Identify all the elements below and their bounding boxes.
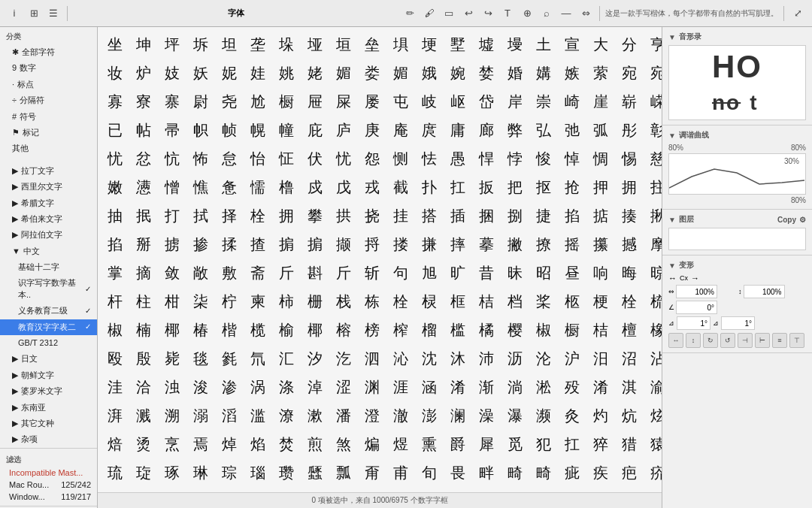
glyph-cell[interactable]: 婚 — [501, 59, 529, 87]
glyph-cell[interactable]: 忧 — [329, 144, 358, 173]
glyph-cell[interactable]: 岐 — [415, 87, 444, 116]
sidebar-item-latin[interactable]: ▶ 拉丁文字 — [0, 163, 97, 179]
glyph-cell[interactable]: 梗 — [586, 287, 615, 316]
glyph-cell[interactable]: 择 — [215, 201, 244, 230]
glyph-cell[interactable]: 怔 — [272, 144, 301, 173]
glyph-cell[interactable]: 畸 — [529, 458, 558, 487]
glyph-cell[interactable]: 眷 — [644, 487, 662, 492]
glyph-cell[interactable]: 庇 — [301, 116, 329, 144]
preview-expand-icon[interactable]: ▼ — [668, 33, 676, 41]
glyph-cell[interactable]: 渗 — [215, 373, 244, 401]
glyph-cell[interactable]: 眠 — [615, 487, 644, 492]
glyph-cell[interactable]: 毙 — [158, 344, 186, 373]
glyph-cell[interactable]: 庵 — [386, 116, 415, 144]
glyph-cell[interactable]: 畔 — [472, 458, 501, 487]
glyph-cell[interactable]: 淖 — [301, 373, 329, 401]
glyph-cell[interactable]: 疾 — [586, 458, 615, 487]
glyph-cell[interactable]: 椒 — [101, 316, 129, 344]
glyph-cell[interactable]: 瘤 — [329, 487, 358, 492]
glyph-cell[interactable]: 撩 — [529, 230, 558, 259]
glyph-cell[interactable]: 抠 — [529, 173, 558, 201]
glyph-cell[interactable]: 犯 — [529, 430, 558, 458]
rotate-ccw-btn[interactable]: ↺ — [720, 333, 735, 348]
glyph-cell[interactable]: 怡 — [244, 144, 272, 173]
sidebar-item-other[interactable]: 其他 — [0, 141, 97, 156]
glyph-cell[interactable]: 大 — [586, 30, 615, 59]
sidebar-item-hebrew[interactable]: ▶ 希伯来文字 — [0, 211, 97, 227]
align-right-btn[interactable]: ⊢ — [755, 333, 770, 348]
glyph-cell[interactable]: 幢 — [272, 116, 301, 144]
glyph-cell[interactable]: 渝 — [644, 373, 662, 401]
glyph-cell[interactable]: 楷 — [215, 316, 244, 344]
glyph-cell[interactable]: 扛 — [558, 430, 586, 458]
glyph-cell[interactable]: 戍 — [301, 173, 329, 201]
pen-tool-icon[interactable]: ✏ — [401, 5, 418, 22]
glyph-cell[interactable]: 涵 — [415, 373, 444, 401]
glyph-cell[interactable]: 垭 — [301, 30, 329, 59]
glyph-cell[interactable]: 敞 — [186, 259, 215, 287]
glyph-cell[interactable]: 梳 — [644, 287, 662, 316]
sidebar-item-marks[interactable]: ⚑ 标记 — [0, 125, 97, 141]
glyph-cell[interactable]: 扑 — [415, 173, 444, 201]
glyph-cell[interactable]: 戊 — [329, 173, 358, 201]
glyph-cell[interactable]: 拥 — [272, 201, 301, 230]
glyph-cell[interactable]: 栅 — [301, 287, 329, 316]
glyph-cell[interactable]: 亨 — [644, 30, 662, 59]
glyph-cell[interactable]: 摇 — [558, 230, 586, 259]
filter-mac[interactable]: Mac Rou... 125/242 — [0, 479, 97, 491]
glyph-cell[interactable]: 彰 — [644, 116, 662, 144]
glyph-cell[interactable]: 摩 — [644, 230, 662, 259]
glyph-cell[interactable]: 尧 — [215, 87, 244, 116]
sidebar-item-gbt2312[interactable]: GB/T 2312 — [0, 335, 97, 351]
glyph-cell[interactable]: 抿 — [129, 201, 158, 230]
glyph-cell[interactable]: 坤 — [129, 30, 158, 59]
sidebar-item-greek[interactable]: ▶ 希腊文字 — [0, 195, 97, 211]
curve-expand-icon[interactable]: ▼ — [668, 132, 676, 140]
glyph-cell[interactable]: 埂 — [415, 30, 444, 59]
glyph-cell[interactable]: 萦 — [586, 59, 615, 87]
glyph-cell[interactable]: 栈 — [329, 287, 358, 316]
minus-icon[interactable]: — — [558, 5, 574, 22]
glyph-cell[interactable]: 岖 — [444, 87, 472, 116]
glyph-cell[interactable]: 柱 — [129, 287, 158, 316]
glyph-cell[interactable]: 崎 — [558, 87, 586, 116]
glyph-cell[interactable]: 忼 — [158, 144, 186, 173]
glyph-cell[interactable]: 悼 — [558, 144, 586, 173]
glyph-cell[interactable]: 榜 — [358, 316, 386, 344]
sidebar-item-arabic[interactable]: ▶ 阿拉伯文字 — [0, 227, 97, 243]
glyph-cell[interactable]: 沁 — [386, 344, 415, 373]
glyph-cell[interactable]: 墅 — [444, 30, 472, 59]
glyph-cell[interactable]: 怯 — [415, 144, 444, 173]
glyph-cell[interactable]: 觅 — [501, 430, 529, 458]
glyph-cell[interactable]: 摔 — [444, 230, 472, 259]
glyph-cell[interactable]: 撇 — [501, 230, 529, 259]
sidebar-item-compulsory2[interactable]: 义务教育二级 ✓ — [0, 303, 97, 319]
flip-h-btn[interactable]: ↔ — [668, 333, 683, 348]
sidebar-item-symbols[interactable]: # 符号 — [0, 109, 97, 125]
glyph-cell[interactable]: 椰 — [301, 316, 329, 344]
glyph-cell[interactable]: 框 — [444, 287, 472, 316]
sidebar-item-punctuation[interactable]: · 标点 — [0, 77, 97, 92]
glyph-cell[interactable]: 档 — [501, 287, 529, 316]
glyph-cell[interactable]: 猝 — [586, 430, 615, 458]
glyph-cell[interactable]: 昧 — [501, 259, 529, 287]
glyph-cell[interactable]: 插 — [444, 201, 472, 230]
glyph-cell[interactable]: 沥 — [501, 344, 529, 373]
glyph-cell[interactable]: 栓 — [244, 201, 272, 230]
sidebar-item-japanese[interactable]: ▶ 日文 — [0, 351, 97, 367]
glyph-cell[interactable]: 澡 — [472, 401, 501, 430]
glyph-cell[interactable]: 柿 — [272, 287, 301, 316]
redo-icon[interactable]: ↪ — [480, 5, 496, 22]
glyph-cell[interactable]: 怨 — [358, 144, 386, 173]
glyph-cell[interactable]: 檀 — [615, 316, 644, 344]
glyph-cell[interactable]: 汐 — [301, 344, 329, 373]
sidebar-item-brahmi[interactable]: ▶ 婆罗米文字 — [0, 383, 97, 399]
glyph-cell[interactable]: 旬 — [415, 458, 444, 487]
glyph-cell[interactable]: 掰 — [129, 230, 158, 259]
glyph-cell[interactable]: 怠 — [215, 144, 244, 173]
align-left-btn[interactable]: ⊣ — [738, 333, 753, 348]
glyph-cell[interactable]: 晦 — [615, 259, 644, 287]
glyph-cell[interactable]: 媾 — [529, 59, 558, 87]
glyph-cell[interactable]: 屉 — [301, 87, 329, 116]
glyph-cell[interactable]: 崖 — [586, 87, 615, 116]
